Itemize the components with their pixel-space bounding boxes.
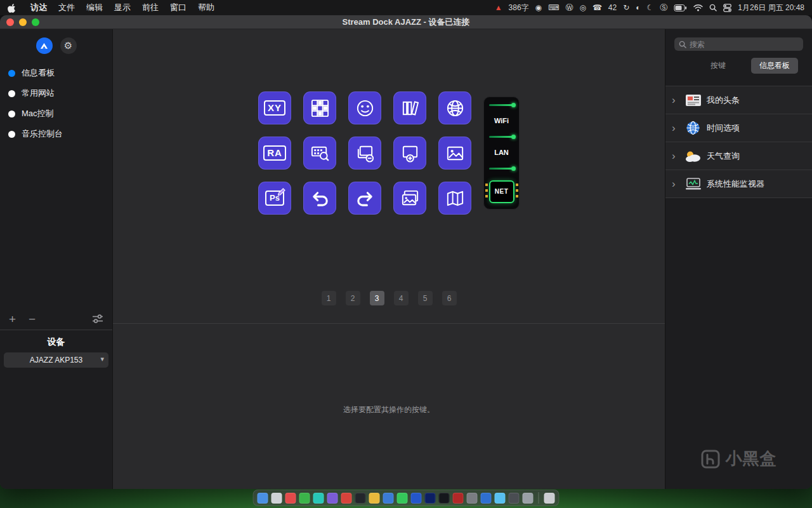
dock-app-icon[interactable] bbox=[439, 493, 450, 504]
wikipedia-icon[interactable]: Ⓦ bbox=[565, 4, 573, 11]
chevron-right-icon: › bbox=[672, 150, 679, 161]
image-key[interactable] bbox=[438, 137, 471, 170]
dock-app-icon[interactable] bbox=[327, 493, 338, 504]
dock-app-icon[interactable] bbox=[523, 493, 534, 504]
word-count-label[interactable]: 386字 bbox=[509, 3, 529, 13]
focus-moon-icon[interactable]: ☾ bbox=[647, 4, 654, 11]
dock-app-icon[interactable] bbox=[453, 493, 464, 504]
minimize-button[interactable] bbox=[19, 18, 27, 26]
profile-item-3[interactable]: Mac控制 bbox=[0, 104, 112, 124]
tab-1[interactable]: 按键 bbox=[710, 60, 726, 71]
battery-icon[interactable] bbox=[674, 4, 687, 11]
settings-gear-icon[interactable]: ⚙ bbox=[60, 37, 77, 54]
page-button-2[interactable]: 2 bbox=[346, 291, 360, 305]
redo-key[interactable] bbox=[348, 182, 381, 215]
category-row-2[interactable]: ›时间选项 bbox=[665, 114, 812, 142]
dock-app-icon[interactable] bbox=[509, 493, 520, 504]
undo-key[interactable] bbox=[303, 182, 336, 215]
page-button-3[interactable]: 3 bbox=[370, 291, 384, 305]
keyboard-search-key[interactable] bbox=[303, 137, 336, 170]
app-logo-button[interactable] bbox=[36, 37, 53, 54]
menu-item-6[interactable]: 窗口 bbox=[164, 2, 192, 13]
device-select[interactable]: AJAZZ AKP153 ▾ bbox=[4, 352, 108, 368]
dock-app-icon[interactable] bbox=[544, 493, 555, 504]
menu-item-4[interactable]: 显示 bbox=[108, 2, 136, 13]
dock-app-icon[interactable] bbox=[411, 493, 422, 504]
dock-app-icon[interactable] bbox=[481, 493, 492, 504]
dock-divider bbox=[539, 492, 539, 504]
titlebar[interactable]: Stream Dock AJAZZ - 设备已连接 bbox=[0, 15, 812, 29]
window-plus-icon bbox=[400, 143, 421, 164]
main-area: XYRAPs WiFi LAN NET 123456 选择要配置其操作的按键。 bbox=[113, 29, 665, 489]
chevron-right-icon: › bbox=[672, 95, 679, 105]
category-row-3[interactable]: ›天气查询 bbox=[665, 142, 812, 170]
dock-app-icon[interactable] bbox=[313, 493, 324, 504]
dock-app-icon[interactable] bbox=[341, 493, 352, 504]
screen-record-icon[interactable]: ◎ bbox=[579, 4, 586, 11]
ra-key[interactable]: RA bbox=[258, 137, 291, 170]
display-icon[interactable]: ◐ bbox=[636, 4, 640, 11]
avatar-face-key[interactable] bbox=[348, 91, 381, 124]
menu-item-7[interactable]: 帮助 bbox=[192, 2, 220, 13]
device-heading: 设备 bbox=[0, 330, 112, 352]
globe-key[interactable] bbox=[438, 91, 471, 124]
wechat-icon[interactable]: ☎ bbox=[593, 4, 602, 11]
image-icon bbox=[445, 143, 466, 164]
dock-app-icon[interactable] bbox=[397, 493, 408, 504]
dock-app-icon[interactable] bbox=[369, 493, 380, 504]
page-button-1[interactable]: 1 bbox=[322, 291, 336, 305]
dock-app-icon[interactable] bbox=[425, 493, 436, 504]
dock-app-icon[interactable] bbox=[299, 493, 310, 504]
photos-stack-key[interactable] bbox=[393, 182, 426, 215]
sync-icon[interactable]: ↻ bbox=[623, 4, 629, 11]
window-add-key[interactable] bbox=[393, 137, 426, 170]
dock-app-icon[interactable] bbox=[258, 493, 268, 504]
category-row-1[interactable]: ›我的头条 bbox=[665, 86, 812, 114]
apple-menu-icon[interactable] bbox=[8, 3, 16, 13]
page-button-4[interactable]: 4 bbox=[394, 291, 409, 305]
control-center-icon[interactable] bbox=[723, 4, 731, 12]
profile-item-1[interactable]: 信息看板 bbox=[0, 63, 112, 83]
menu-item-1[interactable]: 访达 bbox=[25, 2, 53, 13]
dock-app-icon[interactable] bbox=[285, 493, 296, 504]
search-box[interactable] bbox=[674, 37, 803, 51]
battery-health-label[interactable]: 42 bbox=[608, 3, 617, 12]
mic-icon[interactable]: ◉ bbox=[535, 4, 542, 11]
menu-item-5[interactable]: 前往 bbox=[136, 2, 164, 13]
spotlight-search-icon[interactable] bbox=[709, 4, 717, 11]
zoom-button[interactable] bbox=[32, 18, 39, 26]
pixel-grid-key[interactable] bbox=[303, 91, 336, 124]
close-button[interactable] bbox=[6, 18, 14, 26]
dock-app-icon[interactable] bbox=[355, 493, 366, 504]
recording-warning-icon[interactable]: ▲ bbox=[495, 4, 502, 11]
menu-item-3[interactable]: 编辑 bbox=[81, 2, 108, 13]
page-button-6[interactable]: 6 bbox=[442, 291, 457, 305]
pagination: 123456 bbox=[113, 291, 665, 305]
profile-item-4[interactable]: 音乐控制台 bbox=[0, 124, 112, 144]
wifi-icon[interactable] bbox=[693, 4, 703, 11]
network-monitor-widget[interactable]: WiFi LAN NET bbox=[483, 97, 520, 210]
search-input[interactable] bbox=[690, 40, 799, 49]
input-source-icon[interactable]: ⌨ bbox=[548, 4, 559, 11]
library-books-key[interactable] bbox=[393, 91, 426, 124]
key-settings-icon[interactable] bbox=[92, 314, 103, 323]
ps-edit-key[interactable]: Ps bbox=[258, 182, 291, 215]
tab-2[interactable]: 信息看板 bbox=[751, 58, 798, 74]
window-remove-key[interactable] bbox=[348, 137, 381, 170]
page-button-5[interactable]: 5 bbox=[418, 291, 433, 305]
chevron-down-icon: ▾ bbox=[100, 355, 104, 363]
clock-label[interactable]: 1月26日 周五 20:48 bbox=[738, 3, 804, 13]
dock-app-icon[interactable] bbox=[467, 493, 478, 504]
s-app-icon[interactable]: Ⓢ bbox=[660, 4, 667, 11]
hint-text: 选择要配置其操作的按键。 bbox=[113, 404, 665, 415]
xy-pad-key[interactable]: XY bbox=[258, 91, 291, 124]
dock-app-icon[interactable] bbox=[383, 493, 394, 504]
remove-profile-button[interactable]: − bbox=[29, 313, 36, 325]
dock-app-icon[interactable] bbox=[495, 493, 506, 504]
category-row-4[interactable]: ›系统性能监视器 bbox=[665, 170, 812, 198]
map-key[interactable] bbox=[438, 182, 471, 215]
menu-item-2[interactable]: 文件 bbox=[53, 2, 81, 13]
add-profile-button[interactable]: + bbox=[9, 313, 16, 325]
dock-app-icon[interactable] bbox=[272, 493, 282, 504]
profile-item-2[interactable]: 常用网站 bbox=[0, 83, 112, 104]
